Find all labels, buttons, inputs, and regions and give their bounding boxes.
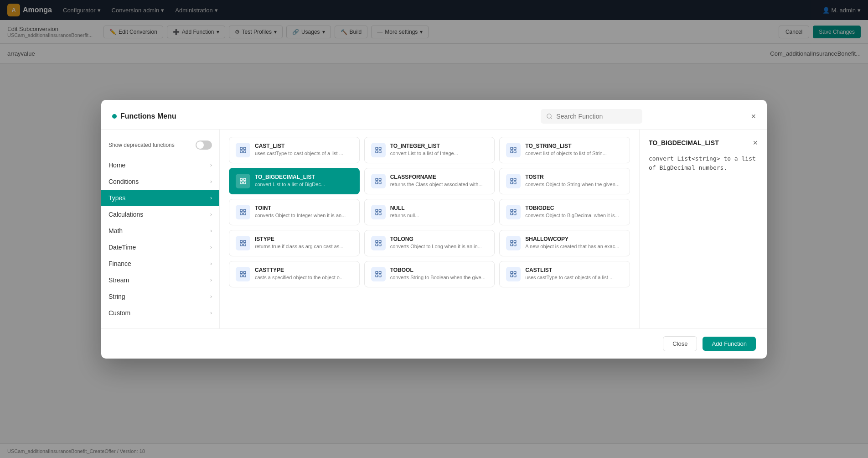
- function-icon: [371, 143, 386, 157]
- function-card-tobigdec[interactable]: TOBIGDEC converts Object to BigDecimal w…: [499, 199, 630, 225]
- search-icon: [546, 113, 553, 120]
- svg-rect-16: [240, 182, 243, 184]
- function-icon: [506, 267, 521, 281]
- detail-description: convert List<string> to a list of BigDec…: [649, 154, 758, 319]
- svg-rect-23: [514, 178, 517, 181]
- function-desc: returns null...: [390, 213, 488, 218]
- function-card-castlist[interactable]: CASTLIST uses castType to cast objects o…: [499, 261, 630, 287]
- function-card-toint[interactable]: TOINT converts Object to Integer when it…: [229, 199, 360, 225]
- function-icon: [236, 205, 250, 219]
- modal-footer: Close Add Function: [101, 328, 767, 359]
- sidebar-item-finance[interactable]: Finance ›: [101, 255, 219, 272]
- chevron-right-icon: ›: [210, 178, 212, 185]
- sidebar-item-conditions[interactable]: Conditions ›: [101, 173, 219, 190]
- functions-menu-modal: Functions Menu × Show deprecated functio…: [101, 100, 767, 359]
- function-desc: converts Object to BigDecimal when it is…: [525, 213, 623, 218]
- svg-rect-2: [240, 147, 243, 150]
- svg-rect-50: [240, 271, 243, 274]
- function-icon: [236, 143, 250, 157]
- svg-rect-9: [379, 151, 381, 153]
- function-name: TOBOOL: [390, 267, 488, 273]
- modal-body: Show deprecated functions Home › Conditi…: [101, 130, 767, 328]
- function-name: CASTTYPE: [255, 267, 353, 273]
- sidebar-item-types[interactable]: Types ›: [101, 190, 219, 206]
- sidebar-item-math[interactable]: Math ›: [101, 223, 219, 239]
- function-card-cast_list[interactable]: CAST_LIST uses castType to cast objects …: [229, 137, 360, 163]
- function-card-to_integer_list[interactable]: TO_INTEGER_LIST convert List to a list o…: [364, 137, 495, 163]
- svg-rect-42: [376, 240, 378, 243]
- function-name: CAST_LIST: [255, 143, 353, 149]
- function-icon: [506, 174, 521, 188]
- function-icon: [506, 236, 521, 250]
- modal-header: Functions Menu ×: [101, 100, 767, 130]
- chevron-right-icon: ›: [210, 162, 212, 168]
- chevron-right-icon: ›: [210, 228, 212, 234]
- function-card-istype[interactable]: ISTYPE returns true if class as arg can …: [229, 230, 360, 256]
- function-icon: [371, 267, 386, 281]
- function-icon: [506, 143, 521, 157]
- function-icon: [236, 236, 250, 250]
- detail-panel: TO_BIGDECIMAL_LIST × convert List<string…: [639, 130, 767, 328]
- modal-overlay: Functions Menu × Show deprecated functio…: [0, 0, 868, 458]
- svg-rect-28: [240, 213, 243, 215]
- function-desc: returns the Class object associated with…: [390, 182, 488, 187]
- function-card-null[interactable]: NULL returns null...: [364, 199, 495, 225]
- sidebar-item-home[interactable]: Home ›: [101, 157, 219, 173]
- function-card-tolong[interactable]: TOLONG converts Object to Long when it i…: [364, 230, 495, 256]
- function-icon: [236, 174, 250, 188]
- svg-rect-59: [514, 271, 517, 274]
- sidebar-item-datetime[interactable]: DateTime ›: [101, 239, 219, 255]
- svg-rect-55: [379, 271, 381, 274]
- modal-close-btn[interactable]: ×: [751, 112, 756, 120]
- svg-rect-14: [240, 178, 243, 181]
- sidebar-item-calculations[interactable]: Calculations ›: [101, 206, 219, 223]
- svg-rect-52: [240, 275, 243, 277]
- svg-point-0: [547, 114, 551, 118]
- svg-rect-31: [379, 209, 381, 212]
- chevron-right-icon: ›: [210, 293, 212, 300]
- svg-rect-56: [376, 275, 378, 277]
- function-card-casttype[interactable]: CASTTYPE casts a specified object to the…: [229, 261, 360, 287]
- function-card-to_bigdecimal_list[interactable]: TO_BIGDECIMAL_LIST convert List to a lis…: [229, 168, 360, 194]
- function-name: TOINT: [255, 205, 353, 211]
- svg-rect-34: [511, 209, 513, 212]
- function-desc: uses castType to cast objects of a list …: [255, 151, 353, 156]
- sidebar-item-stream[interactable]: Stream ›: [101, 272, 219, 288]
- function-desc: convert List to a list of Intege...: [390, 151, 488, 156]
- function-desc: convert list of objects to list of Strin…: [525, 151, 623, 156]
- svg-rect-10: [511, 147, 513, 150]
- function-card-shallowcopy[interactable]: SHALLOWCOPY A new object is created that…: [499, 230, 630, 256]
- sidebar-item-string[interactable]: String ›: [101, 288, 219, 305]
- svg-rect-35: [514, 209, 517, 212]
- svg-rect-41: [243, 244, 246, 246]
- sidebar: Show deprecated functions Home › Conditi…: [101, 130, 220, 328]
- svg-rect-40: [240, 244, 243, 246]
- function-card-tostr[interactable]: TOSTR converts Object to String when the…: [499, 168, 630, 194]
- modal-title: Functions Menu: [120, 112, 432, 120]
- add-function-submit-btn[interactable]: Add Function: [703, 337, 756, 351]
- function-card-tobool[interactable]: TOBOOL converts String to Boolean when t…: [364, 261, 495, 287]
- status-dot: [112, 114, 117, 119]
- function-icon: [506, 205, 521, 219]
- function-card-classforname[interactable]: CLASSFORNAME returns the Class object as…: [364, 168, 495, 194]
- detail-panel-header: TO_BIGDECIMAL_LIST ×: [649, 139, 758, 147]
- svg-rect-51: [243, 271, 246, 274]
- svg-rect-17: [243, 182, 246, 184]
- function-card-to_string_list[interactable]: TO_STRING_LIST convert list of objects t…: [499, 137, 630, 163]
- deprecated-switch[interactable]: [196, 141, 212, 150]
- function-desc: converts Object to Long when it is an in…: [390, 244, 488, 249]
- search-input[interactable]: [556, 113, 637, 120]
- svg-rect-39: [243, 240, 246, 243]
- function-desc: converts Object to String when the given…: [525, 182, 623, 187]
- chevron-right-icon: ›: [210, 277, 212, 283]
- svg-rect-4: [240, 151, 243, 153]
- sidebar-item-custom[interactable]: Custom ›: [101, 305, 219, 321]
- function-desc: returns true if class as arg can cast as…: [255, 244, 353, 249]
- close-modal-btn[interactable]: Close: [663, 336, 697, 351]
- svg-rect-48: [511, 244, 513, 246]
- svg-rect-24: [511, 182, 513, 184]
- detail-title: TO_BIGDECIMAL_LIST: [649, 139, 719, 146]
- search-wrapper: [541, 109, 642, 124]
- svg-rect-6: [376, 147, 378, 150]
- detail-close-btn[interactable]: ×: [753, 139, 758, 147]
